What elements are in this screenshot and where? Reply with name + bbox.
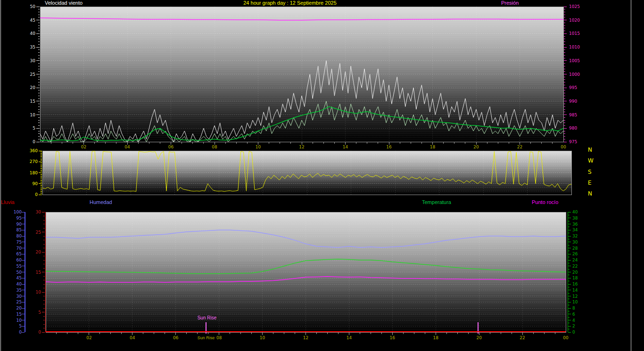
- pressure-axis-label: 1020: [569, 18, 580, 23]
- pressure-axis-label: 990: [569, 99, 577, 104]
- wind-axis-label: 30: [24, 58, 35, 63]
- temperature-axis-label: 30: [572, 240, 578, 245]
- pressure-axis-label: 985: [569, 113, 577, 117]
- hour-label: 22: [514, 145, 526, 149]
- humidity-axis-label: 20: [10, 306, 22, 310]
- wind-axis-label: 15: [24, 99, 35, 104]
- wind-axis-label: 5: [24, 126, 35, 131]
- humidity-axis-label: 35: [10, 288, 22, 293]
- direction-axis-label: 90: [25, 181, 38, 186]
- humidity-axis-label: 60: [10, 258, 22, 262]
- direction-axis-label: 270: [25, 159, 38, 164]
- pressure-axis-label: 1025: [569, 4, 580, 9]
- temperature-axis-label: 6: [572, 312, 575, 317]
- compass-letter: N: [588, 147, 592, 152]
- hour-label: 18: [427, 145, 438, 149]
- hour-label: 12: [296, 145, 307, 149]
- humidity-axis-label: 85: [10, 228, 22, 232]
- temperature-axis-label: 36: [572, 222, 578, 227]
- pressure-axis-label: 980: [569, 126, 577, 131]
- hour-label: 04: [122, 145, 133, 149]
- temperature-axis-label: 40: [572, 210, 578, 214]
- chart-overlay: [0, 0, 644, 351]
- temperature-axis-label: 0: [572, 330, 575, 335]
- humidity-axis-label: 30: [10, 294, 22, 299]
- rain-axis-label: 0: [32, 330, 41, 335]
- wind-axis-label: 25: [24, 72, 35, 77]
- pressure-axis-label: 1000: [569, 72, 580, 77]
- rain-axis-label: 25: [32, 230, 41, 235]
- pressure-axis-label: 975: [569, 139, 577, 144]
- humidity-axis-label: 25: [10, 300, 22, 304]
- rain-axis-label: 5: [32, 310, 41, 315]
- hour-label: 08: [209, 145, 220, 149]
- hour-label: 06: [170, 335, 182, 340]
- humidity-axis-label: 45: [10, 276, 22, 280]
- hour-label: 10: [257, 335, 268, 340]
- direction-axis-label: 360: [25, 148, 38, 153]
- hour-label: 00: [560, 335, 571, 340]
- hour-label: 10: [253, 145, 264, 149]
- temperature-axis-label: 26: [572, 252, 578, 256]
- hour-label: 16: [383, 145, 395, 149]
- wind-axis-label: 50: [24, 4, 35, 9]
- wind-direction-line: [42, 151, 571, 192]
- temperature-axis-label: 2: [572, 324, 575, 328]
- wind-axis-label: 45: [24, 18, 35, 23]
- hour-label: 20: [473, 335, 485, 340]
- compass-letter: W: [588, 158, 594, 163]
- humidity-axis-label: 70: [10, 246, 22, 251]
- compass-letter: E: [588, 180, 592, 185]
- humidity-axis-label: 75: [10, 240, 22, 245]
- humidity-axis-label: 95: [10, 216, 22, 220]
- hour-label: 12: [300, 335, 312, 340]
- rain-axis-label: 20: [32, 250, 41, 254]
- hour-label: 06: [165, 145, 177, 149]
- compass-letter: N: [588, 191, 592, 196]
- humidity-axis-label: 5: [10, 324, 22, 328]
- hour-label: 14: [340, 145, 351, 149]
- wind-instant-line: [40, 101, 563, 142]
- humidity-axis-label: 80: [10, 234, 22, 238]
- pressure-axis-label: 1015: [569, 31, 580, 36]
- temperature-axis-label: 8: [572, 306, 575, 310]
- wind-axis-label: 35: [24, 45, 35, 49]
- wind-axis-label: 40: [24, 31, 35, 36]
- rain-axis-label: 15: [32, 270, 41, 275]
- humidity-axis-label: 65: [10, 252, 22, 256]
- pressure-axis-label: 1005: [569, 58, 580, 63]
- hour-label: 20: [471, 145, 482, 149]
- temperature-axis-label: 34: [572, 228, 578, 232]
- wind-axis-label: 0: [24, 139, 35, 144]
- hour-label: 02: [83, 335, 95, 340]
- wind-axis-label: 10: [24, 113, 35, 117]
- humidity-axis-label: 40: [10, 282, 22, 286]
- temperature-axis-label: 14: [572, 288, 578, 293]
- temperature-axis-label: 16: [572, 282, 578, 286]
- humidity-axis-label: 100: [10, 210, 22, 214]
- temperature-axis-label: 32: [572, 234, 578, 238]
- hour-label: 00: [558, 145, 569, 149]
- temperature-axis-label: 22: [572, 264, 578, 269]
- hour-label: 18: [430, 335, 441, 340]
- hour-label: 04: [127, 335, 138, 340]
- compass-letter: S: [588, 170, 592, 174]
- rain-axis-label: 30: [32, 210, 41, 214]
- humidity-axis-label: 50: [10, 270, 22, 275]
- humidity-axis-label: 55: [10, 264, 22, 269]
- weather-graph-screen: Velocidad viento 24 hour graph day : 12 …: [0, 0, 644, 351]
- hour-label: 14: [343, 335, 355, 340]
- humidity-axis-label: 15: [10, 312, 22, 317]
- humidity-axis-label: 10: [10, 318, 22, 323]
- direction-axis-label: 0: [25, 192, 38, 197]
- temperature-axis-label: 4: [572, 318, 575, 323]
- temperature-axis-label: 28: [572, 246, 578, 251]
- temperature-axis-label: 12: [572, 294, 578, 299]
- dew-point-line: [46, 277, 566, 282]
- temperature-axis-label: 10: [572, 300, 578, 304]
- wind-axis-label: 20: [24, 85, 35, 90]
- hour-label: 02: [78, 145, 90, 149]
- temperature-axis-label: 24: [572, 258, 578, 262]
- pressure-axis-label: 995: [569, 85, 577, 90]
- humidity-axis-label: 0: [10, 330, 22, 335]
